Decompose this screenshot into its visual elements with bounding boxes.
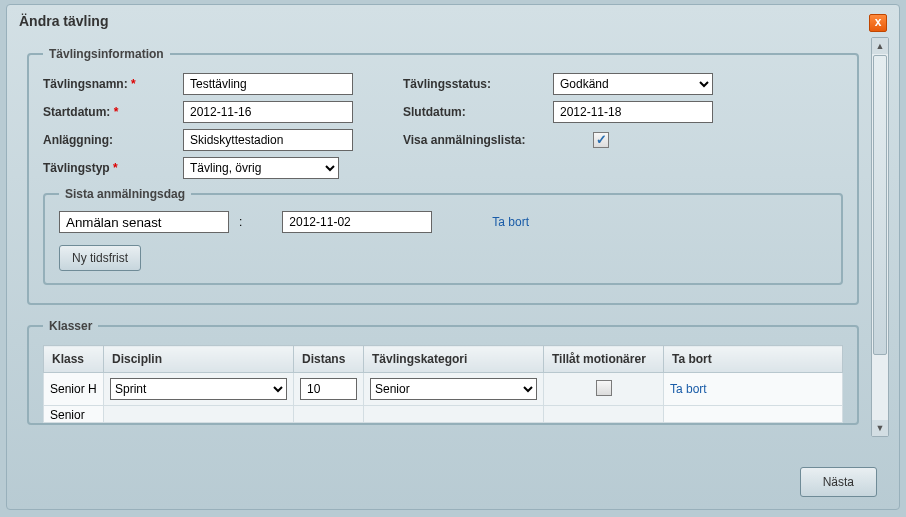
scrollbar-thumb[interactable] xyxy=(873,55,887,355)
th-klass: Klass xyxy=(44,346,104,373)
required-mark: * xyxy=(131,77,136,91)
fieldset-classes: Klasser Klass Disciplin Distans Tävlings… xyxy=(27,319,859,425)
input-distans[interactable] xyxy=(300,378,357,400)
label-start: Startdatum: * xyxy=(43,105,183,119)
input-venue[interactable] xyxy=(183,129,353,151)
fieldset-deadline: Sista anmälningsdag : Ta bort Ny tidsfri… xyxy=(43,187,843,285)
input-start[interactable] xyxy=(183,101,353,123)
th-motionarer: Tillåt motionärer xyxy=(544,346,664,373)
required-mark: * xyxy=(114,105,119,119)
input-deadline-date[interactable] xyxy=(282,211,432,233)
cell-klass: Senior H xyxy=(44,373,104,406)
link-remove-deadline[interactable]: Ta bort xyxy=(492,215,529,229)
select-type[interactable]: Tävling, övrig xyxy=(183,157,339,179)
checkbox-showlist[interactable] xyxy=(593,132,609,148)
cell-klass: Senior xyxy=(44,406,104,423)
next-button[interactable]: Nästa xyxy=(800,467,877,497)
colon: : xyxy=(239,215,242,229)
select-disciplin[interactable]: Sprint xyxy=(110,378,287,400)
select-kategori[interactable]: Senior xyxy=(370,378,537,400)
dialog-footer: Nästa xyxy=(800,467,877,497)
checkbox-motionarer[interactable] xyxy=(596,380,612,396)
input-deadline-name[interactable] xyxy=(59,211,229,233)
scroll-area: Tävlingsinformation Tävlingsnamn: * Tävl… xyxy=(17,37,869,437)
fieldset-info: Tävlingsinformation Tävlingsnamn: * Tävl… xyxy=(27,47,859,305)
label-showlist: Visa anmälningslista: xyxy=(403,133,593,147)
link-remove-row[interactable]: Ta bort xyxy=(670,382,707,396)
legend-deadline: Sista anmälningsdag xyxy=(59,187,191,201)
label-status: Tävlingsstatus: xyxy=(403,77,553,91)
table-row: Senior H Sprint Senior Ta bort xyxy=(44,373,843,406)
th-kategori: Tävlingskategori xyxy=(364,346,544,373)
label-type: Tävlingstyp * xyxy=(43,161,183,175)
input-name[interactable] xyxy=(183,73,353,95)
table-row: Senior xyxy=(44,406,843,423)
required-mark: * xyxy=(113,161,118,175)
th-disciplin: Disciplin xyxy=(104,346,294,373)
button-new-deadline[interactable]: Ny tidsfrist xyxy=(59,245,141,271)
label-end: Slutdatum: xyxy=(403,105,553,119)
label-name: Tävlingsnamn: * xyxy=(43,77,183,91)
th-tabort: Ta bort xyxy=(664,346,843,373)
scroll-up-icon[interactable]: ▲ xyxy=(872,38,888,54)
input-end[interactable] xyxy=(553,101,713,123)
scrollbar-vertical[interactable]: ▲ ▼ xyxy=(871,37,889,437)
select-status[interactable]: Godkänd xyxy=(553,73,713,95)
legend-info: Tävlingsinformation xyxy=(43,47,170,61)
dialog-title: Ändra tävling xyxy=(7,5,899,37)
close-button[interactable]: x xyxy=(869,14,887,32)
table-classes: Klass Disciplin Distans Tävlingskategori… xyxy=(43,345,843,423)
th-distans: Distans xyxy=(294,346,364,373)
dialog: Ändra tävling x Tävlingsinformation Tävl… xyxy=(6,4,900,510)
scroll-down-icon[interactable]: ▼ xyxy=(872,420,888,436)
legend-classes: Klasser xyxy=(43,319,98,333)
label-venue: Anläggning: xyxy=(43,133,183,147)
close-icon: x xyxy=(875,15,882,29)
